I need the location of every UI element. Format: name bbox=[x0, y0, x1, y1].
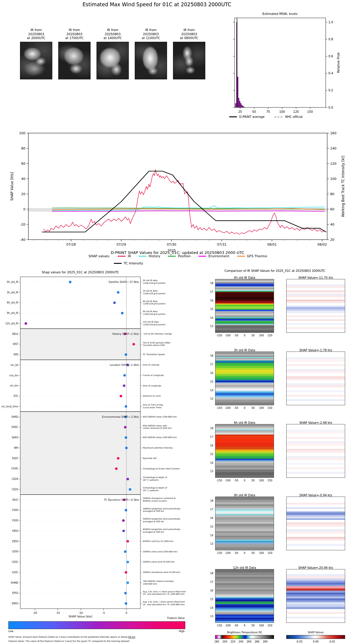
heatmap-stripe bbox=[287, 321, 345, 323]
group-annotation-environmental: Environmental SHAP=-2.9kts bbox=[102, 415, 139, 418]
feature-name-V850: V850 bbox=[12, 530, 18, 532]
colorbar-tick-label: -0.05 bbox=[296, 640, 302, 643]
shap-dot-6h_old_IR bbox=[113, 301, 116, 304]
feature-name-EPSS: EPSS bbox=[12, 592, 18, 594]
lat-tick-label: 15 bbox=[206, 380, 213, 383]
feature-name-ENSS: ENSS bbox=[12, 602, 18, 605]
heatmap-stripe bbox=[287, 432, 345, 434]
lon-tick-label: 50 bbox=[251, 479, 255, 482]
shap-dot-COHC bbox=[115, 467, 118, 470]
lat-tick-label: 14 bbox=[206, 461, 213, 464]
group-annotation-satellite: Satellite SHAP=-37.9kts bbox=[108, 281, 139, 284]
lat-tick-label: 18 bbox=[206, 572, 213, 575]
heatmap-stripe bbox=[215, 385, 274, 387]
heatmap-stripe bbox=[287, 373, 345, 376]
lon-tick-label: 150 bbox=[267, 406, 272, 409]
ts-ytick-left: 80 bbox=[21, 147, 25, 150]
dot-xtick-label: -10 bbox=[79, 611, 83, 614]
heatmap-stripe bbox=[215, 438, 274, 443]
heatmap-stripe bbox=[215, 517, 274, 520]
feature-description-0h_old_IR: 0h old IR data (128x128 grid points) bbox=[143, 279, 193, 285]
feature-name-SHDC: SHDC bbox=[11, 426, 18, 429]
heatmap-stripe bbox=[287, 531, 345, 534]
heatmap-stripe bbox=[287, 604, 345, 607]
hist-ytick-label: 0.2 bbox=[328, 89, 333, 92]
lat-tick-label: 17 bbox=[206, 580, 213, 583]
lon-tick-label: -100 bbox=[225, 334, 230, 337]
series-ir bbox=[43, 170, 324, 234]
colorbar-tick-label: 220 bbox=[230, 640, 235, 643]
dot-xtick-label: 0 bbox=[125, 611, 127, 614]
lon-tick-label: -100 bbox=[225, 624, 230, 627]
feature-name-DELV: DELV bbox=[12, 333, 19, 335]
histogram-bar bbox=[240, 103, 241, 107]
feature-description-9h_old_IR: 9h old IR data (128x128 grid points) bbox=[143, 311, 193, 316]
heatmap-stripe bbox=[287, 352, 345, 357]
hist-ytick-label: 0.0 bbox=[328, 106, 333, 109]
feature-description-V300: 300hPa tangential wind azimuthally avera… bbox=[143, 508, 193, 513]
ts-ytick-left: -40 bbox=[20, 238, 25, 242]
section-shap-dotplot: Shap values for 2025_01C at 20250803 200… bbox=[0, 266, 194, 644]
shap-timeseries-chart: 100806040200-20-401601401201008060402007… bbox=[0, 122, 349, 266]
ts-xtick-label: 07/29 bbox=[117, 243, 126, 246]
heatmap-stripe bbox=[287, 317, 345, 320]
colorbar-title-shap-values: SHAP Values bbox=[286, 631, 345, 634]
legend-item-gfs-thermo: GFS Thermo bbox=[237, 254, 267, 258]
legend-label: Environment bbox=[208, 254, 229, 258]
group-band-environmental bbox=[20, 412, 140, 494]
feature-name-sin_local_time: sin_local_time bbox=[1, 405, 18, 408]
group-annotation-history: History SHAP=1.5kts bbox=[112, 332, 139, 335]
ts-ytick-left: 20 bbox=[21, 192, 25, 196]
heatmap-stripe bbox=[215, 547, 274, 550]
heatmap-stripe bbox=[287, 311, 345, 313]
ts-ytick-right: 60 bbox=[330, 207, 334, 211]
feature-description-ENSS: Avg. Δ θₑ (only -) btwn parcel lifted fr… bbox=[143, 601, 193, 606]
feature-name-9h_old_IR: 9h_old_IR bbox=[7, 312, 19, 315]
lat-tick-label: 13 bbox=[206, 542, 213, 545]
heatmap-stripe bbox=[287, 527, 345, 530]
legend-label: IR bbox=[128, 254, 131, 258]
heatmap-stripe bbox=[287, 534, 345, 537]
lat-tick-label: 14 bbox=[206, 389, 213, 392]
shap-dot-sin_local_time bbox=[125, 405, 127, 408]
lat-tick-label: 14 bbox=[206, 534, 213, 537]
heatmap-stripe bbox=[287, 579, 345, 581]
colorbar-high-label: High bbox=[155, 630, 185, 633]
lon-tick-label: 50 bbox=[251, 406, 255, 409]
heatmap-stripe bbox=[287, 288, 345, 291]
heatmap-stripe bbox=[287, 366, 345, 369]
ts-xtick-label: 07/31 bbox=[217, 243, 226, 246]
heatmap-stripe bbox=[287, 602, 345, 604]
heatmap-stripe bbox=[287, 451, 345, 453]
heatmap-stripe bbox=[215, 585, 274, 588]
lat-tick-label: 13 bbox=[206, 325, 213, 328]
ir-heatmap-2 bbox=[215, 424, 274, 478]
shap-dot-V500 bbox=[122, 519, 125, 522]
heatmap-stripe bbox=[215, 621, 274, 623]
lat-tick-label: 13 bbox=[206, 615, 213, 618]
hist-xtick-label: 150 bbox=[307, 110, 313, 113]
section-shap-timeseries: D-PRINT SHAP Values for 2025_01C: update… bbox=[0, 122, 349, 266]
lat-tick-label: 14 bbox=[206, 316, 213, 319]
ts-ytick-left: 100 bbox=[19, 131, 25, 135]
shap-heatmap-3 bbox=[286, 497, 345, 550]
lon-tick-label: 150 bbox=[267, 334, 272, 337]
heatmap-stripe bbox=[287, 295, 345, 298]
legend-label: NHC official bbox=[285, 115, 302, 118]
lat-tick-label: 14 bbox=[206, 606, 213, 609]
feature-description-MPI: Maximum potential intensity bbox=[143, 447, 193, 449]
heatmap-stripe bbox=[215, 374, 274, 376]
heatmap-stripe bbox=[287, 474, 345, 477]
hist-ytick-label: 0.4 bbox=[328, 72, 333, 75]
histogram-bar bbox=[241, 105, 242, 107]
legend-item-history: History bbox=[139, 254, 160, 258]
heatmap-stripe bbox=[287, 460, 345, 463]
hist-ytick-label: 1.0 bbox=[328, 21, 333, 24]
hist-xtick-label: 100 bbox=[279, 110, 285, 113]
dot-xtick-label: -5 bbox=[102, 611, 105, 614]
heatmap-stripe bbox=[215, 463, 274, 465]
heatmap-stripe bbox=[287, 380, 345, 383]
feature-description-sin_lat: Sine of Latitude bbox=[143, 364, 193, 366]
feature-description-Z850: 850hPa vorticity (0-1000 km) bbox=[143, 540, 193, 543]
ts-ytick-left: -20 bbox=[20, 223, 25, 227]
